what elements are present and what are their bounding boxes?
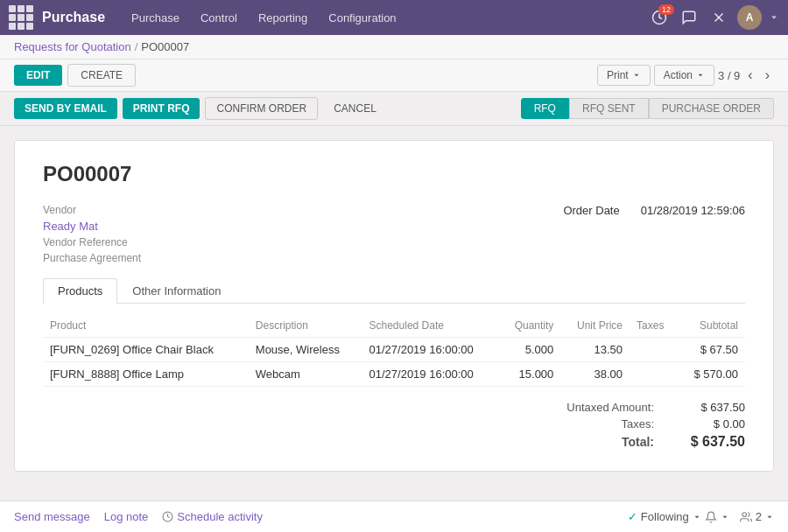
table-cell — [630, 338, 678, 362]
tab-products[interactable]: Products — [43, 278, 117, 304]
followers-icon — [740, 511, 752, 523]
breadcrumb-parent[interactable]: Requests for Quotation — [14, 40, 131, 53]
total-value: $ 637.50 — [675, 434, 745, 450]
menu-configuration[interactable]: Configuration — [320, 8, 405, 28]
table-cell: 13.50 — [560, 338, 630, 362]
table-cell: 01/27/2019 16:00:00 — [362, 362, 500, 387]
taxes-label: Taxes: — [549, 417, 654, 430]
col-description: Description — [249, 314, 362, 338]
print-action-group: Print Action 3 / 9 ‹ › — [597, 65, 774, 86]
vendor-field-group: Vendor Ready Mat Vendor Reference Purcha… — [43, 204, 141, 264]
action-button[interactable]: Action — [654, 65, 714, 86]
svg-point-4 — [742, 512, 747, 516]
table-cell: $ 570.00 — [678, 362, 745, 387]
app-title: Purchase — [42, 10, 105, 25]
purchase-agreement-label: Purchase Agreement — [43, 252, 141, 264]
main-menu: Purchase Control Reporting Configuration — [123, 8, 405, 28]
chat-icon-btn[interactable] — [678, 6, 700, 29]
print-rfq-button[interactable]: PRINT RFQ — [123, 98, 201, 119]
col-scheduled-date: Scheduled Date — [362, 314, 500, 338]
followers-dropdown-icon — [765, 513, 774, 522]
print-dropdown-icon — [632, 71, 641, 80]
grand-total-row: Total: $ 637.50 — [549, 434, 745, 450]
followers-button[interactable]: 2 — [740, 510, 774, 523]
col-taxes: Taxes — [630, 314, 678, 338]
table-cell: 5.000 — [499, 338, 560, 362]
total-label: Total: — [549, 435, 654, 449]
vendor-ref-label: Vendor Reference — [43, 236, 141, 248]
table-cell: [FURN_0269] Office Chair Black — [43, 338, 249, 362]
breadcrumb: Requests for Quotation / PO00007 — [0, 35, 788, 60]
log-note-link[interactable]: Log note — [104, 510, 149, 523]
table-cell: Mouse, Wireless — [249, 338, 362, 362]
pagination: 3 / 9 ‹ › — [718, 66, 774, 85]
taxes-value: $ 0.00 — [675, 417, 745, 430]
col-subtotal: Subtotal — [678, 314, 745, 338]
products-table: Product Description Scheduled Date Quant… — [43, 314, 745, 387]
bell-icon — [705, 511, 717, 523]
toolbar: SEND BY EMAIL PRINT RFQ CONFIRM ORDER CA… — [0, 92, 788, 126]
doc-fields: Vendor Ready Mat Vendor Reference Purcha… — [43, 204, 745, 264]
po-number: PO00007 — [43, 162, 745, 186]
following-label: Following — [641, 510, 689, 523]
following-dropdown-icon — [693, 513, 701, 522]
bottom-right: ✓ Following 2 — [628, 510, 774, 523]
status-rfq-sent: RFQ SENT — [569, 98, 649, 119]
table-cell — [630, 362, 678, 387]
table-cell: [FURN_8888] Office Lamp — [43, 362, 249, 387]
activity-icon-btn[interactable]: 12 — [648, 6, 671, 29]
document-card: PO00007 Vendor Ready Mat Vendor Referenc… — [14, 140, 774, 472]
table-row: [FURN_0269] Office Chair BlackMouse, Wir… — [43, 338, 745, 362]
activity-badge: 12 — [658, 4, 674, 15]
print-button[interactable]: Print — [597, 65, 651, 86]
totals-section: Untaxed Amount: $ 637.50 Taxes: $ 0.00 T… — [43, 401, 745, 450]
status-purchase-order: PURCHASE ORDER — [649, 98, 774, 119]
next-page-button[interactable]: › — [761, 66, 774, 85]
action-dropdown-icon — [696, 71, 705, 80]
confirm-order-button[interactable]: CONFIRM ORDER — [205, 97, 318, 120]
close-icon-btn[interactable] — [707, 6, 730, 29]
vendor-label: Vendor — [43, 204, 141, 216]
avatar[interactable]: A — [737, 5, 762, 30]
send-message-link[interactable]: Send message — [14, 510, 90, 523]
clock-icon — [162, 511, 173, 522]
cancel-button[interactable]: CANCEL — [323, 98, 387, 119]
menu-purchase[interactable]: Purchase — [123, 8, 188, 28]
send-email-button[interactable]: SEND BY EMAIL — [14, 98, 117, 119]
col-unit-price: Unit Price — [560, 314, 630, 338]
untaxed-label: Untaxed Amount: — [549, 401, 654, 414]
order-date-field-group: Order Date 01/28/2019 12:59:06 — [563, 204, 745, 264]
vendor-value[interactable]: Ready Mat — [43, 220, 141, 233]
tab-other-information[interactable]: Other Information — [117, 278, 236, 303]
following-button[interactable]: ✓ Following — [628, 510, 729, 523]
schedule-activity-link[interactable]: Schedule activity — [177, 510, 263, 523]
schedule-activity-group[interactable]: Schedule activity — [162, 510, 263, 523]
bell-dropdown-icon — [721, 513, 729, 522]
table-cell: 38.00 — [560, 362, 630, 387]
apps-icon[interactable] — [9, 5, 33, 30]
top-nav-right: 12 A — [648, 5, 779, 30]
create-button[interactable]: CREATE — [67, 64, 136, 87]
col-product: Product — [43, 314, 249, 338]
breadcrumb-current: PO00007 — [141, 40, 189, 53]
status-rfq: RFQ — [521, 98, 569, 119]
bottom-bar: Send message Log note Schedule activity … — [0, 500, 788, 532]
table-cell: 15.000 — [499, 362, 560, 387]
table-row: [FURN_8888] Office LampWebcam01/27/2019 … — [43, 362, 745, 387]
top-navigation: Purchase Purchase Control Reporting Conf… — [0, 0, 788, 35]
untaxed-row: Untaxed Amount: $ 637.50 — [549, 401, 745, 414]
order-date-label: Order Date — [563, 204, 619, 217]
taxes-row: Taxes: $ 0.00 — [549, 417, 745, 430]
pagination-text: 3 / 9 — [718, 69, 740, 82]
col-quantity: Quantity — [499, 314, 560, 338]
table-cell: 01/27/2019 16:00:00 — [362, 338, 500, 362]
order-date-value: 01/28/2019 12:59:06 — [641, 204, 745, 217]
avatar-dropdown-icon — [769, 12, 779, 23]
edit-button[interactable]: EDIT — [14, 65, 62, 86]
menu-control[interactable]: Control — [192, 8, 246, 28]
tabs: Products Other Information — [43, 278, 745, 304]
table-cell: Webcam — [249, 362, 362, 387]
check-icon: ✓ — [628, 510, 637, 523]
prev-page-button[interactable]: ‹ — [743, 66, 756, 85]
menu-reporting[interactable]: Reporting — [250, 8, 316, 28]
